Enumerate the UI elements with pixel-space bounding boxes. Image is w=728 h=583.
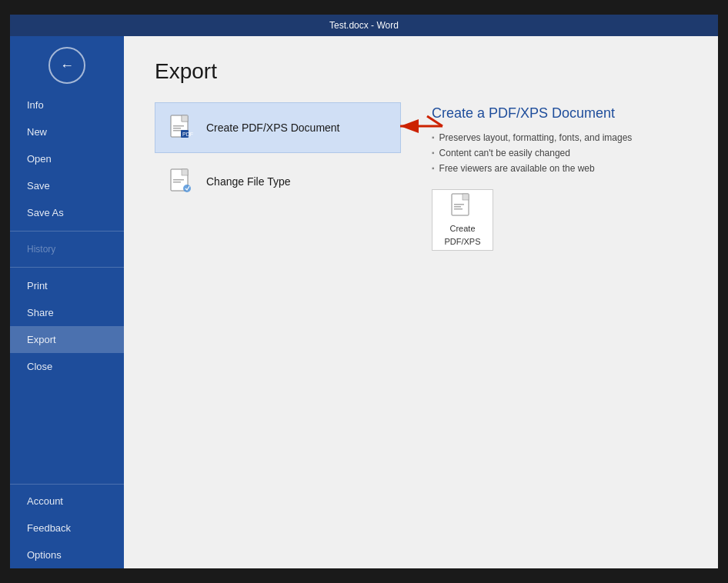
sidebar-item-new[interactable]: New (10, 118, 124, 145)
sidebar: ← Info New Open Save Save As (10, 36, 124, 568)
sidebar-item-history: History (10, 236, 124, 262)
export-option-create-pdf[interactable]: PDF Create PDF/XPS Document (155, 102, 401, 153)
sidebar-item-save[interactable]: Save (10, 172, 124, 199)
main-content: Export (124, 36, 718, 568)
detail-title: Create a PDF/XPS Document (432, 105, 687, 122)
svg-rect-17 (454, 208, 463, 210)
app-window: Test.docx - Word ← Info New Open Save (10, 15, 718, 568)
sidebar-item-label: Open (27, 153, 52, 165)
sidebar-item-label: Feedback (27, 522, 71, 534)
export-list: PDF Create PDF/XPS Document (155, 102, 401, 210)
sidebar-item-options[interactable]: Options (10, 541, 124, 568)
sidebar-item-label: Export (27, 334, 56, 345)
sidebar-item-share[interactable]: Share (10, 299, 124, 326)
svg-rect-1 (182, 115, 188, 122)
nav-separator (10, 231, 124, 232)
svg-rect-3 (173, 128, 181, 129)
sidebar-item-print[interactable]: Print (10, 272, 124, 299)
svg-rect-14 (463, 194, 469, 200)
svg-rect-11 (173, 182, 181, 183)
sidebar-item-label: New (27, 126, 47, 138)
content-area: ← Info New Open Save Save As (10, 36, 718, 568)
create-pdf-button-label-line1: Create (449, 224, 475, 234)
bullet-item-2: Content can't be easily changed (432, 148, 687, 158)
svg-rect-2 (173, 125, 184, 127)
svg-rect-16 (454, 206, 461, 208)
sidebar-item-save-as[interactable]: Save As (10, 199, 124, 226)
sidebar-item-label: Account (27, 495, 63, 507)
change-file-type-icon (168, 168, 195, 195)
detail-panel: Create a PDF/XPS Document Preserves layo… (432, 102, 687, 251)
svg-point-12 (183, 185, 191, 192)
back-arrow-icon: ← (60, 58, 74, 74)
sidebar-item-label: Info (27, 99, 44, 111)
option-label-create-pdf: Create PDF/XPS Document (206, 122, 340, 134)
option-label-change-file-type: Change File Type (206, 175, 290, 188)
bullet-text-1: Preserves layout, formatting, fonts, and… (439, 132, 633, 143)
page-title: Export (155, 59, 687, 84)
svg-rect-15 (454, 204, 464, 205)
export-option-change-file-type[interactable]: Change File Type (155, 156, 401, 207)
pdf-icon: PDF (168, 114, 195, 142)
sidebar-item-label: Close (27, 361, 52, 372)
sidebar-item-export[interactable]: Export (10, 326, 124, 353)
nav-items-top: Info New Open Save Save As History (10, 92, 124, 484)
back-button[interactable]: ← (48, 47, 85, 84)
sidebar-item-feedback[interactable]: Feedback (10, 515, 124, 541)
bullet-text-2: Content can't be easily changed (439, 148, 570, 158)
svg-rect-10 (173, 179, 184, 181)
sidebar-item-label: History (27, 244, 55, 255)
bullet-text-3: Free viewers are available on the web (439, 163, 595, 174)
sidebar-item-label: Options (27, 549, 62, 561)
svg-text:PDF: PDF (182, 132, 193, 137)
bullet-item-3: Free viewers are available on the web (432, 163, 687, 174)
sidebar-item-account[interactable]: Account (10, 488, 124, 515)
create-pdf-icon (450, 193, 475, 221)
title-bar: Test.docx - Word (10, 15, 718, 36)
svg-rect-9 (182, 169, 188, 175)
create-pdf-xps-button[interactable]: Create PDF/XPS (432, 189, 493, 251)
sidebar-item-label: Print (27, 280, 48, 292)
sidebar-item-info[interactable]: Info (10, 92, 124, 118)
sidebar-item-label: Share (27, 307, 54, 318)
create-pdf-button-label-line2: PDF/XPS (444, 237, 480, 247)
bullet-list: Preserves layout, formatting, fonts, and… (432, 132, 687, 174)
sidebar-item-open[interactable]: Open (10, 145, 124, 172)
sidebar-item-label: Save As (27, 207, 64, 218)
sidebar-item-label: Save (27, 180, 50, 192)
export-options: PDF Create PDF/XPS Document (155, 102, 687, 251)
sidebar-item-close[interactable]: Close (10, 353, 124, 380)
nav-separator-2 (10, 267, 124, 268)
bullet-item-1: Preserves layout, formatting, fonts, and… (432, 132, 687, 143)
title-bar-text: Test.docx - Word (329, 20, 399, 31)
nav-items-bottom: Account Feedback Options (10, 484, 124, 568)
